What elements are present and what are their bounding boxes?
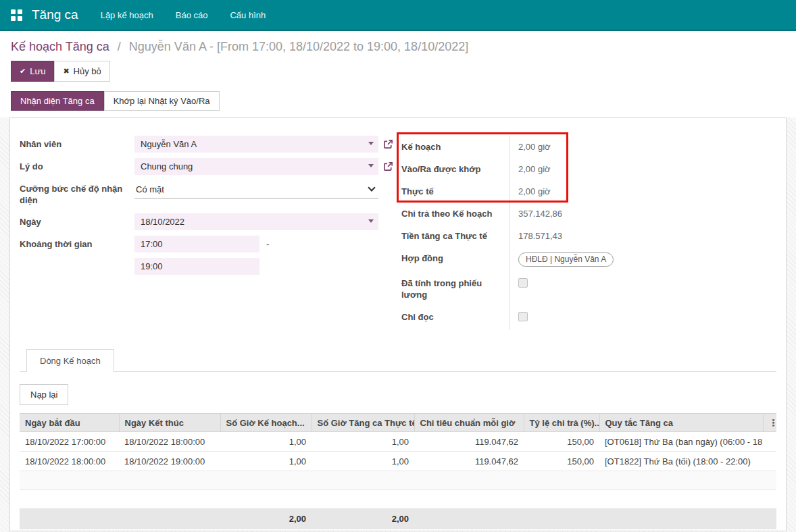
optional-columns-icon[interactable]: ⋮ <box>763 414 776 432</box>
notebook: Dòng Kế hoạch Nạp lại Ngày bắt đầu Ngày … <box>20 348 776 529</box>
action-buttons: ✔ Lưu ✖ Hủy bỏ <box>11 61 785 82</box>
tab-plan-lines[interactable]: Dòng Kế hoạch <box>26 349 114 372</box>
apps-menu-icon-square <box>11 9 16 14</box>
table-footer-row: 2,00 2,00 <box>20 508 776 529</box>
readonly-label: Chỉ đọc <box>401 306 509 329</box>
date-input[interactable]: 18/10/2022 <box>134 213 378 230</box>
breadcrumb-parent-link[interactable]: Kế hoạch Tăng ca <box>11 40 109 53</box>
breadcrumb: Kế hoạch Tăng ca / Nguyễn Văn A - [From … <box>11 38 785 55</box>
chevron-down-icon[interactable] <box>368 142 374 145</box>
form-view-background: Nhân viên Nguyễn Văn A Lý do <box>0 117 796 532</box>
payslip-paid-label: Đã tính trong phiếu lương <box>401 272 509 306</box>
cell-start-date[interactable]: 18/10/2022 17:00:00 <box>20 432 119 452</box>
field-row-matched-hours: Vào/Ra được khớp 2,00 giờ <box>401 158 776 180</box>
chevron-down-icon <box>368 184 375 191</box>
time-from-value: 17:00 <box>141 239 163 249</box>
payslip-paid-checkbox[interactable] <box>518 278 528 288</box>
field-row-contract: Hợp đồng HĐLĐ | Nguyễn Văn A <box>401 247 776 272</box>
cell-planned-hours[interactable]: 1,00 <box>220 432 312 452</box>
reload-button[interactable]: Nạp lại <box>20 384 68 405</box>
cell-pay-rate[interactable]: 150,00 <box>524 452 599 471</box>
save-button-label: Lưu <box>30 66 45 76</box>
readonly-checkbox[interactable] <box>518 312 528 321</box>
cell-end-date[interactable]: 18/10/2022 19:00:00 <box>119 452 220 471</box>
statusbar: Nhận diện Tăng ca Khớp lại Nhật ký Vào/R… <box>11 91 785 111</box>
field-row-actual-hours: Thực tế 2,00 giờ <box>401 180 776 203</box>
cell-actual-hours[interactable]: 1,00 <box>312 452 414 471</box>
breadcrumb-separator: / <box>118 40 121 53</box>
time-from-input[interactable]: 17:00 <box>134 236 259 252</box>
planned-pay-value: 357.142,86 <box>509 203 776 225</box>
app-title[interactable]: Tăng ca <box>32 7 78 22</box>
contract-label: Hợp đồng <box>401 247 509 272</box>
recognition-mode-label: Cưỡng bức chế độ nhận diện <box>20 180 134 206</box>
save-button[interactable]: ✔ Lưu <box>11 61 54 82</box>
form-right-column: Kế hoạch 2,00 giờ Vào/Ra được khớp 2,00 … <box>401 136 776 329</box>
time-to-input[interactable]: 19:00 <box>134 258 259 275</box>
reason-label: Lý do <box>20 158 134 175</box>
field-row-time-range-end: 19:00 <box>20 258 401 275</box>
field-row-time-range: Khoảng thời gian 17:00 - <box>20 236 401 252</box>
table-row[interactable]: 18/10/2022 18:00:00 18/10/2022 19:00:00 … <box>20 452 776 471</box>
cell-start-date[interactable]: 18/10/2022 18:00:00 <box>20 452 119 471</box>
close-icon: ✖ <box>63 67 69 76</box>
employee-label: Nhân viên <box>20 136 134 153</box>
cell-actual-hours[interactable]: 1,00 <box>312 432 414 452</box>
table-spacer-row <box>20 490 776 508</box>
date-value: 18/10/2022 <box>141 217 184 227</box>
employee-value: Nguyễn Văn A <box>141 139 197 149</box>
col-header-standard-cost[interactable]: Chi tiêu chuẩn mỗi giờ <box>414 414 524 432</box>
time-to-value: 19:00 <box>141 261 163 271</box>
cell-planned-hours[interactable]: 1,00 <box>220 452 312 471</box>
field-row-planned-pay: Chi trả theo Kế hoạch 357.142,86 <box>401 203 776 225</box>
cell-standard-cost[interactable]: 119.047,62 <box>414 432 524 452</box>
form-sheet: Nhân viên Nguyễn Văn A Lý do <box>9 117 787 531</box>
reason-input[interactable]: Chung chung <box>134 158 378 175</box>
col-header-start-date[interactable]: Ngày bắt đầu <box>20 414 119 432</box>
tab-strip: Dòng Kế hoạch <box>20 348 776 372</box>
field-row-recognition-mode: Cưỡng bức chế độ nhận diện Có mặt <box>20 180 401 206</box>
nav-item-planning[interactable]: Lập kế hoạch <box>101 10 153 20</box>
field-row-employee: Nhân viên Nguyễn Văn A <box>20 136 401 153</box>
col-header-pay-rate[interactable]: Tỷ lệ chi trả (%)... <box>524 414 599 432</box>
chevron-down-icon[interactable] <box>368 219 374 223</box>
breadcrumb-current: Nguyễn Văn A - [From 17:00, 18/10/2022 t… <box>129 40 468 53</box>
apps-menu-icon-square <box>18 9 22 14</box>
cell-pay-rate[interactable]: 150,00 <box>524 432 599 452</box>
contract-tag[interactable]: HĐLĐ | Nguyễn Văn A <box>518 252 614 267</box>
recognize-overtime-button[interactable]: Nhận diện Tăng ca <box>11 91 104 111</box>
field-row-date: Ngày 18/10/2022 <box>20 213 401 230</box>
recognition-mode-select[interactable]: Có mặt <box>134 180 378 198</box>
col-header-end-date[interactable]: Ngày Kết thúc <box>119 414 220 432</box>
rematch-attendance-button[interactable]: Khớp lại Nhật ký Vào/Ra <box>104 91 220 111</box>
discard-button-label: Hủy bỏ <box>74 66 101 76</box>
apps-menu-icon[interactable] <box>11 9 22 21</box>
col-header-overtime-rule[interactable]: Quy tắc Tăng ca <box>599 414 763 432</box>
planned-hours-total: 2,00 <box>220 508 312 529</box>
matched-hours-value: 2,00 giờ <box>509 158 776 180</box>
table-row[interactable]: 18/10/2022 17:00:00 18/10/2022 18:00:00 … <box>20 432 776 452</box>
col-header-planned-hours[interactable]: Số Giờ Kế hoạch... <box>220 414 312 432</box>
cell-overtime-rule[interactable]: [OT1822] Thứ Ba (tối) (18:00 - 22:00) <box>599 452 763 471</box>
form-left-column: Nhân viên Nguyễn Văn A Lý do <box>20 136 401 329</box>
chevron-down-icon[interactable] <box>368 164 374 167</box>
col-header-actual-hours[interactable]: Số Giờ Tăng ca Thực tế <box>312 414 414 432</box>
planned-pay-label: Chi trả theo Kế hoạch <box>401 203 509 225</box>
employee-input[interactable]: Nguyễn Văn A <box>134 136 378 153</box>
field-row-reason: Lý do Chung chung <box>20 158 401 175</box>
nav-item-config[interactable]: Cấu hình <box>230 10 266 20</box>
range-separator: - <box>266 239 269 249</box>
field-row-actual-pay: Tiền tăng ca Thực tế 178.571,43 <box>401 225 776 247</box>
external-link-icon[interactable] <box>383 161 393 171</box>
actual-hours-label: Thực tế <box>401 180 509 203</box>
cell-end-date[interactable]: 18/10/2022 18:00:00 <box>119 432 220 452</box>
date-label: Ngày <box>20 213 134 230</box>
cell-overtime-rule[interactable]: [OT0618] Thứ Ba (ban ngày) (06:00 - 18:.… <box>599 432 763 452</box>
external-link-icon[interactable] <box>383 139 393 149</box>
time-range-label: Khoảng thời gian <box>20 236 134 252</box>
nav-item-reports[interactable]: Báo cáo <box>176 10 208 20</box>
discard-button[interactable]: ✖ Hủy bỏ <box>54 61 109 82</box>
empty-table-row[interactable] <box>20 471 776 490</box>
planned-hours-value: 2,00 giờ <box>509 136 776 158</box>
cell-standard-cost[interactable]: 119.047,62 <box>414 452 524 471</box>
